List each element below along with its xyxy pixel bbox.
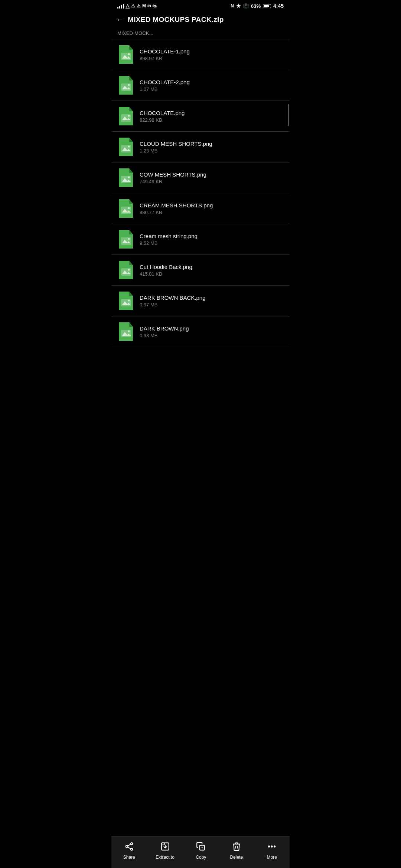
battery-icon (263, 4, 271, 8)
list-item[interactable]: CHOCOLATE-2.png1.07 MB (111, 70, 290, 101)
signal-icon (117, 3, 124, 9)
more-button[interactable]: More (260, 840, 284, 861)
status-bar: △ ⚠ ⚠ M ✉ 🛍 N ★ 📳 63% 4:45 (111, 0, 290, 10)
header: ← MIXED MOCKUPS PACK.zip (111, 10, 290, 30)
copy-label: Copy (196, 855, 206, 860)
file-icon (117, 75, 134, 95)
svg-point-29 (128, 331, 130, 332)
share-button[interactable]: Share (117, 840, 141, 861)
battery-percent: 63% (251, 3, 261, 9)
list-item[interactable]: CREAM MESH SHORTS.png880.77 KB (111, 193, 290, 224)
warning-icon1: ⚠ (131, 3, 135, 9)
file-name: DARK BROWN BACK.png (140, 295, 284, 301)
svg-point-31 (126, 845, 128, 847)
more-icon (267, 842, 277, 853)
file-name: CLOUD MESH SHORTS.png (140, 141, 284, 147)
file-size: 9.52 MB (140, 240, 284, 246)
shopping-icon: 🛍 (152, 4, 156, 8)
svg-point-17 (128, 207, 130, 209)
svg-point-23 (128, 269, 130, 271)
file-size: 1.07 MB (140, 86, 284, 92)
file-name: Cream mesh string.png (140, 233, 284, 239)
svg-point-30 (131, 843, 133, 845)
svg-point-41 (268, 846, 270, 847)
share-icon (124, 842, 134, 853)
list-item[interactable]: CLOUD MESH SHORTS.png1.23 MB (111, 132, 290, 162)
file-icon (117, 322, 134, 342)
file-size: 1.23 MB (140, 148, 284, 154)
file-name: CHOCOLATE.png (140, 110, 284, 116)
email-icon: ✉ (147, 4, 151, 9)
file-icon (117, 45, 134, 65)
svg-point-11 (128, 146, 130, 148)
status-right: N ★ 📳 63% 4:45 (231, 3, 284, 9)
list-item[interactable]: CHOCOLATE-1.png898.97 KB (111, 39, 290, 70)
svg-point-14 (128, 177, 130, 178)
file-size: 880.77 KB (140, 210, 284, 215)
list-item[interactable]: Cream mesh string.png9.52 MB (111, 224, 290, 255)
list-item[interactable]: DARK BROWN BACK.png0.97 MB (111, 286, 290, 316)
back-button[interactable]: ← (116, 15, 124, 24)
file-name: Cut Hoodie Back.png (140, 264, 284, 270)
file-name: DARK BROWN.png (140, 325, 284, 332)
list-item[interactable]: COW MESH SHORTS.png749.49 KB (111, 162, 290, 193)
file-icon (117, 106, 134, 126)
more-label: More (267, 855, 277, 860)
main-content: MIXED MOCK... CHOCOLATE-1.png898.97 KB (111, 30, 290, 377)
file-size: 822.98 KB (140, 117, 284, 123)
svg-line-34 (128, 847, 131, 849)
svg-rect-37 (162, 843, 164, 845)
file-icon (117, 291, 134, 311)
breadcrumb: MIXED MOCK... (111, 30, 290, 39)
file-icon (117, 198, 134, 218)
svg-point-42 (271, 846, 273, 847)
share-label: Share (123, 855, 135, 860)
file-name: CREAM MESH SHORTS.png (140, 202, 284, 208)
file-name: COW MESH SHORTS.png (140, 171, 284, 178)
extract-label: Extract to (156, 855, 175, 860)
list-item[interactable]: DARK BROWN.png0.93 MB (111, 316, 290, 347)
file-icon (117, 229, 134, 249)
svg-point-2 (128, 53, 130, 55)
bottom-toolbar: Share Extract to Copy (111, 836, 290, 868)
delete-label: Delete (230, 855, 243, 860)
warning-icon2: ⚠ (137, 3, 141, 9)
svg-point-20 (128, 238, 130, 240)
svg-line-33 (128, 844, 131, 846)
file-size: 0.93 MB (140, 333, 284, 338)
mail-icon: M (142, 3, 146, 9)
svg-point-32 (131, 848, 133, 850)
svg-point-5 (128, 84, 130, 86)
file-icon (117, 168, 134, 188)
file-name: CHOCOLATE-1.png (140, 48, 284, 55)
list-item[interactable]: CHOCOLATE.png822.98 KB (111, 101, 290, 132)
status-left: △ ⚠ ⚠ M ✉ 🛍 (117, 3, 156, 9)
file-icon (117, 137, 134, 157)
vibrate-icon: 📳 (243, 3, 249, 9)
file-size: 898.97 KB (140, 56, 284, 61)
file-name: CHOCOLATE-2.png (140, 79, 284, 85)
file-icon (117, 260, 134, 280)
file-size: 0.97 MB (140, 302, 284, 308)
list-item[interactable]: Cut Hoodie Back.png415.81 KB (111, 255, 290, 286)
file-list: CHOCOLATE-1.png898.97 KB CHOCOLATE-2.png… (111, 39, 290, 347)
extract-icon (160, 842, 170, 853)
delete-icon (232, 842, 241, 853)
svg-point-26 (128, 300, 130, 302)
delete-button[interactable]: Delete (225, 840, 248, 861)
copy-button[interactable]: Copy (189, 840, 213, 861)
file-size: 749.49 KB (140, 179, 284, 184)
copy-icon (196, 842, 206, 853)
svg-point-8 (128, 115, 130, 117)
scrollbar[interactable] (288, 104, 289, 126)
svg-point-43 (274, 846, 275, 847)
file-size: 415.81 KB (140, 271, 284, 277)
nfc-icon: N (231, 3, 234, 9)
wifi-icon: △ (125, 3, 130, 9)
bluetooth-icon: ★ (236, 3, 241, 9)
page-title: MIXED MOCKUPS PACK.zip (128, 16, 224, 24)
extract-to-button[interactable]: Extract to (153, 840, 177, 861)
clock: 4:45 (273, 3, 284, 9)
